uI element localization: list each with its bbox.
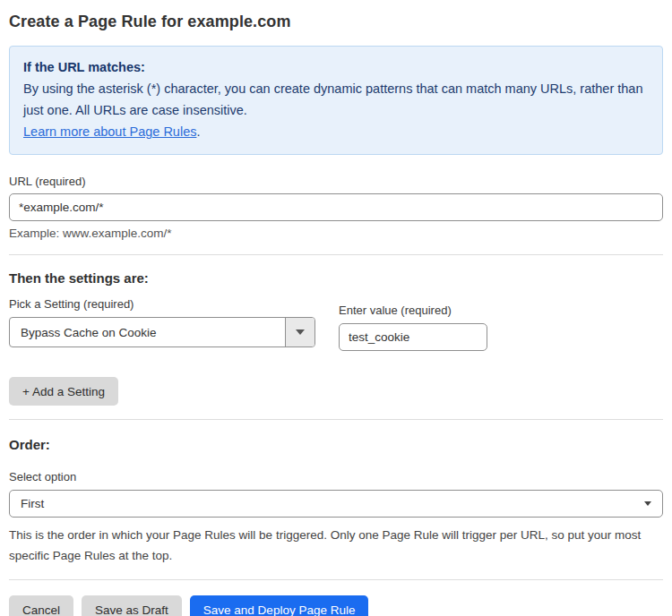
- info-box-link-line: Learn more about Page Rules.: [23, 121, 649, 142]
- url-input[interactable]: [9, 193, 663, 221]
- chevron-down-icon: [296, 329, 305, 335]
- setting-dropdown-arrow-button[interactable]: [285, 318, 314, 346]
- setting-value-input[interactable]: [339, 323, 487, 351]
- chevron-down-icon: [644, 501, 651, 506]
- link-period: .: [196, 124, 200, 139]
- info-box-body: By using the asterisk (*) character, you…: [23, 78, 649, 121]
- save-as-draft-button[interactable]: Save as Draft: [82, 595, 182, 616]
- setting-picker-column: Pick a Setting (required) Bypass Cache o…: [9, 297, 315, 347]
- url-label: URL (required): [9, 175, 663, 188]
- order-section-heading: Order:: [9, 437, 663, 452]
- pick-setting-label: Pick a Setting (required): [9, 297, 315, 311]
- order-helper-text: This is the order in which your Page Rul…: [9, 525, 663, 566]
- divider: [9, 419, 663, 420]
- setting-value-column: Enter value (required): [339, 304, 487, 351]
- select-option-label: Select option: [9, 470, 663, 483]
- order-select[interactable]: First: [9, 490, 663, 518]
- settings-row: Pick a Setting (required) Bypass Cache o…: [9, 297, 663, 351]
- enter-value-label: Enter value (required): [339, 304, 487, 317]
- page-title: Create a Page Rule for example.com: [9, 13, 663, 31]
- settings-section-heading: Then the settings are:: [9, 270, 663, 286]
- url-matches-info-box: If the URL matches: By using the asteris…: [9, 46, 663, 155]
- learn-more-link[interactable]: Learn more about Page Rules: [23, 124, 196, 139]
- cancel-button[interactable]: Cancel: [9, 595, 73, 616]
- setting-dropdown[interactable]: Bypass Cache on Cookie: [9, 317, 315, 347]
- create-page-rule-form: Create a Page Rule for example.com If th…: [0, 0, 672, 616]
- divider: [9, 254, 663, 255]
- add-setting-button[interactable]: + Add a Setting: [9, 377, 118, 406]
- order-select-value: First: [21, 497, 644, 510]
- divider: [9, 579, 663, 580]
- url-helper-text: Example: www.example.com/*: [9, 227, 663, 240]
- save-and-deploy-button[interactable]: Save and Deploy Page Rule: [190, 595, 369, 616]
- info-box-heading: If the URL matches:: [23, 56, 649, 78]
- footer-actions: Cancel Save as Draft Save and Deploy Pag…: [9, 595, 663, 616]
- setting-dropdown-value: Bypass Cache on Cookie: [10, 318, 285, 346]
